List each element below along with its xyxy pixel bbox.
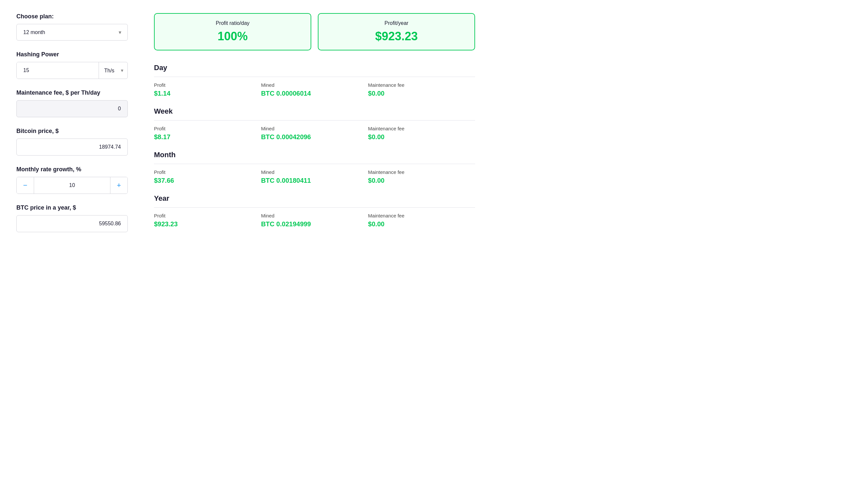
bitcoin-price-group: Bitcoin price, $: [16, 128, 128, 156]
stat-mined-label-1: Mined: [261, 126, 368, 131]
period-stats-2: Profit $37.66 Mined BTC 0.00180411 Maint…: [154, 169, 475, 184]
profit-year-label: Profit/year: [328, 20, 464, 26]
profit-ratio-value: 100%: [164, 30, 301, 43]
period-stats-0: Profit $1.14 Mined BTC 0.00006014 Mainte…: [154, 82, 475, 97]
summary-cards: Profit ratio/day 100% Profit/year $923.2…: [154, 13, 475, 50]
stat-profit-value-0: $1.14: [154, 90, 261, 97]
plan-select[interactable]: 12 month 1 month 3 month 6 month 24 mont…: [17, 24, 127, 40]
stat-fee-value-2: $0.00: [368, 177, 475, 184]
period-title-3: Year: [154, 194, 475, 203]
monthly-growth-label: Monthly rate growth, %: [16, 166, 128, 173]
maintenance-fee-label: Maintenance fee, $ per Th/day: [16, 89, 128, 96]
hashing-value-input[interactable]: [17, 62, 99, 78]
stat-profit-value-2: $37.66: [154, 177, 261, 184]
btc-price-year-input[interactable]: [16, 215, 128, 232]
hashing-unit-select[interactable]: Th/s Gh/s Mh/s: [99, 62, 127, 78]
stat-profit-2: Profit $37.66: [154, 169, 261, 184]
profit-ratio-label: Profit ratio/day: [164, 20, 301, 26]
hashing-power-group: Hashing Power Th/s Gh/s Mh/s ▼: [16, 51, 128, 79]
period-month: Month Profit $37.66 Mined BTC 0.00180411…: [154, 151, 475, 184]
stat-fee-2: Maintenance fee $0.00: [368, 169, 475, 184]
left-panel: Choose plan: 12 month 1 month 3 month 6 …: [16, 13, 128, 243]
period-divider-2: [154, 164, 475, 164]
hashing-power-label: Hashing Power: [16, 51, 128, 58]
profit-ratio-card: Profit ratio/day 100%: [154, 13, 311, 50]
btc-price-year-group: BTC price in a year, $: [16, 204, 128, 232]
profit-year-card: Profit/year $923.23: [318, 13, 475, 50]
period-title-1: Week: [154, 107, 475, 115]
stat-fee-label-1: Maintenance fee: [368, 126, 475, 131]
period-week: Week Profit $8.17 Mined BTC 0.00042096 M…: [154, 107, 475, 141]
stat-mined-label-3: Mined: [261, 213, 368, 218]
stat-mined-value-0: BTC 0.00006014: [261, 90, 368, 97]
hashing-row: Th/s Gh/s Mh/s ▼: [16, 62, 128, 79]
stat-profit-label-0: Profit: [154, 82, 261, 88]
stat-fee-label-3: Maintenance fee: [368, 213, 475, 218]
increment-button[interactable]: +: [110, 177, 127, 194]
decrement-button[interactable]: −: [17, 177, 34, 194]
plan-select-wrapper[interactable]: 12 month 1 month 3 month 6 month 24 mont…: [16, 24, 128, 41]
profit-year-value: $923.23: [328, 30, 464, 43]
choose-plan-group: Choose plan: 12 month 1 month 3 month 6 …: [16, 13, 128, 41]
btc-price-year-label: BTC price in a year, $: [16, 204, 128, 211]
period-day: Day Profit $1.14 Mined BTC 0.00006014 Ma…: [154, 64, 475, 97]
hashing-unit-wrapper[interactable]: Th/s Gh/s Mh/s ▼: [99, 62, 127, 78]
stat-mined-value-3: BTC 0.02194999: [261, 220, 368, 228]
stat-mined-label-0: Mined: [261, 82, 368, 88]
stat-fee-label-2: Maintenance fee: [368, 169, 475, 175]
stat-fee-1: Maintenance fee $0.00: [368, 126, 475, 141]
stepper-row: − +: [16, 177, 128, 194]
stat-profit-1: Profit $8.17: [154, 126, 261, 141]
periods-container: Day Profit $1.14 Mined BTC 0.00006014 Ma…: [154, 64, 475, 228]
stat-profit-label-3: Profit: [154, 213, 261, 218]
stat-mined-1: Mined BTC 0.00042096: [261, 126, 368, 141]
main-layout: Choose plan: 12 month 1 month 3 month 6 …: [16, 13, 475, 243]
stat-mined-value-1: BTC 0.00042096: [261, 133, 368, 141]
stat-fee-value-0: $0.00: [368, 90, 475, 97]
stat-mined-2: Mined BTC 0.00180411: [261, 169, 368, 184]
bitcoin-price-input[interactable]: [16, 139, 128, 156]
period-divider-1: [154, 120, 475, 121]
stat-fee-value-1: $0.00: [368, 133, 475, 141]
right-panel: Profit ratio/day 100% Profit/year $923.2…: [154, 13, 475, 243]
period-divider-0: [154, 77, 475, 77]
stat-profit-3: Profit $923.23: [154, 213, 261, 228]
stat-fee-3: Maintenance fee $0.00: [368, 213, 475, 228]
stat-mined-3: Mined BTC 0.02194999: [261, 213, 368, 228]
maintenance-fee-input[interactable]: [16, 100, 128, 117]
bitcoin-price-label: Bitcoin price, $: [16, 128, 128, 134]
stat-profit-label-1: Profit: [154, 126, 261, 131]
period-title-2: Month: [154, 151, 475, 159]
period-title-0: Day: [154, 64, 475, 72]
choose-plan-label: Choose plan:: [16, 13, 128, 20]
growth-value-input[interactable]: [34, 177, 110, 194]
maintenance-fee-group: Maintenance fee, $ per Th/day: [16, 89, 128, 117]
stat-profit-label-2: Profit: [154, 169, 261, 175]
period-stats-3: Profit $923.23 Mined BTC 0.02194999 Main…: [154, 213, 475, 228]
period-year: Year Profit $923.23 Mined BTC 0.02194999…: [154, 194, 475, 228]
stat-mined-label-2: Mined: [261, 169, 368, 175]
stat-fee-0: Maintenance fee $0.00: [368, 82, 475, 97]
stat-fee-value-3: $0.00: [368, 220, 475, 228]
stat-mined-value-2: BTC 0.00180411: [261, 177, 368, 184]
stat-profit-value-3: $923.23: [154, 220, 261, 228]
stat-fee-label-0: Maintenance fee: [368, 82, 475, 88]
monthly-growth-group: Monthly rate growth, % − +: [16, 166, 128, 194]
stat-profit-0: Profit $1.14: [154, 82, 261, 97]
period-stats-1: Profit $8.17 Mined BTC 0.00042096 Mainte…: [154, 126, 475, 141]
period-divider-3: [154, 207, 475, 208]
stat-mined-0: Mined BTC 0.00006014: [261, 82, 368, 97]
stat-profit-value-1: $8.17: [154, 133, 261, 141]
